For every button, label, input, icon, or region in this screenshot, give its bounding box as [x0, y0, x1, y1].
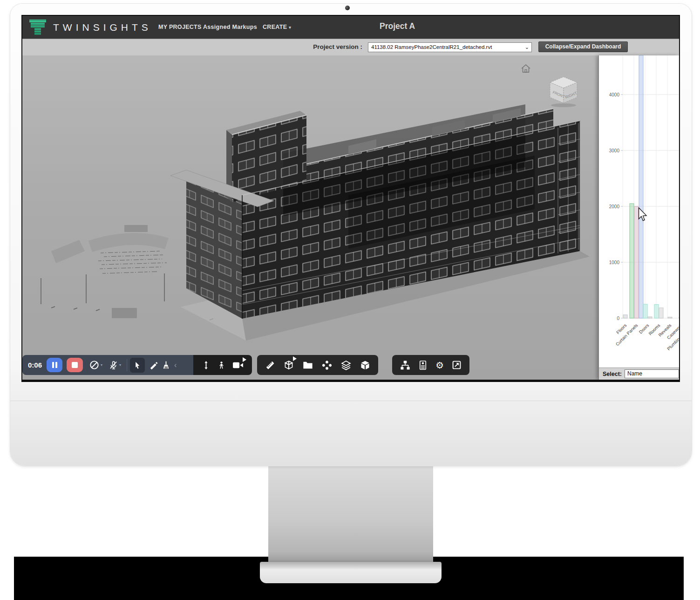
imac-stand-neck [268, 464, 433, 567]
home-view-icon[interactable] [521, 64, 531, 73]
measure-tool[interactable] [265, 360, 275, 370]
brand-name: TWINSIGHTS [53, 22, 152, 33]
layers-icon[interactable] [341, 360, 351, 370]
camera-off-icon[interactable] [89, 360, 99, 370]
app-window: TWINSIGHTS MY PROJECTS Assigned Markups … [22, 16, 679, 380]
nav-item-assigned-markups[interactable]: Assigned Markups [203, 24, 257, 30]
chart-select-row: Select: Name [599, 368, 679, 380]
stage: TWINSIGHTS MY PROJECTS Assigned Markups … [0, 0, 700, 600]
svg-text:0: 0 [617, 316, 619, 321]
svg-text:4000: 4000 [609, 92, 620, 97]
section-box-tool[interactable] [284, 360, 294, 370]
navigation-toolbar [193, 355, 252, 375]
collapse-expand-dashboard-button[interactable]: Collapse/Expand Dashboard [538, 41, 628, 52]
webcam-dot [345, 6, 350, 10]
chevron-down-icon: ⌄ [525, 44, 529, 50]
model-viewport[interactable]: FRONT RIGHT 0:06 [22, 55, 598, 380]
pause-button[interactable] [47, 358, 62, 372]
broom-tool[interactable] [162, 361, 170, 370]
properties-icon[interactable] [418, 360, 428, 370]
camera-view-icon[interactable] [232, 361, 244, 369]
project-version-select[interactable]: 41138.02 RamseyPhase2CentralR21_detached… [368, 42, 532, 52]
building-model-render [22, 55, 598, 380]
pen-tool[interactable] [149, 361, 158, 370]
workspace: FRONT RIGHT 0:06 [22, 55, 679, 380]
stop-button[interactable] [67, 358, 83, 372]
hierarchy-icon[interactable] [400, 360, 410, 370]
pause-icon [52, 362, 57, 368]
dashboard-panel: 01000200030004000FloorsCurtain PanelsDoo… [598, 55, 679, 380]
select-label: Select: [603, 371, 622, 377]
chevron-down-icon[interactable]: ▾ [119, 363, 121, 367]
imac-chin-seam [10, 401, 692, 401]
imac-stand-base [260, 562, 442, 583]
category-bar-chart[interactable]: 01000200030004000FloorsCurtain PanelsDoo… [599, 55, 679, 368]
model-cube-icon[interactable] [360, 360, 370, 370]
nav-item-create[interactable]: CREATE▾ [263, 24, 291, 30]
explode-tool[interactable] [321, 360, 333, 370]
mic-off-icon[interactable] [109, 361, 118, 370]
project-version-label: Project version : [274, 43, 362, 50]
model-toolbar [257, 355, 378, 375]
view-cube[interactable]: FRONT RIGHT [547, 70, 580, 109]
folder-icon[interactable] [303, 361, 313, 369]
chevron-down-icon: ▾ [289, 25, 291, 30]
bottom-toolbars: 0:06 ▾ ▾ [22, 355, 469, 375]
twinsights-logo-icon [28, 18, 48, 38]
imac-body: TWINSIGHTS MY PROJECTS Assigned Markups … [10, 4, 692, 466]
version-strip: Project version : 41138.02 RamseyPhase2C… [22, 39, 679, 55]
svg-text:1000: 1000 [609, 260, 620, 265]
collapse-chevron-icon[interactable]: ‹ [174, 361, 177, 369]
svg-text:2000: 2000 [609, 204, 620, 209]
elevation-tool[interactable] [202, 360, 211, 370]
chevron-down-icon[interactable]: ▾ [101, 363, 102, 367]
select-name-dropdown[interactable]: Name [625, 369, 679, 378]
fullscreen-icon[interactable] [452, 360, 462, 370]
walk-mode-icon[interactable] [217, 360, 225, 370]
mouse-cursor [638, 207, 648, 222]
recording-toolbar: 0:06 ▾ ▾ [22, 355, 193, 375]
top-nav: TWINSIGHTS MY PROJECTS Assigned Markups … [22, 16, 679, 39]
screen-bezel: TWINSIGHTS MY PROJECTS Assigned Markups … [21, 15, 680, 382]
recording-timer: 0:06 [28, 361, 47, 369]
stop-icon [72, 362, 78, 368]
cursor-tool[interactable] [130, 358, 145, 373]
page-title: Project A [380, 21, 415, 31]
app-toolbar: ⚙ [392, 355, 469, 375]
svg-text:3000: 3000 [609, 148, 620, 153]
settings-gear-icon[interactable]: ⚙ [435, 361, 444, 370]
toolbar-divider [127, 359, 127, 371]
nav-item-my-projects[interactable]: MY PROJECTS [158, 24, 202, 30]
